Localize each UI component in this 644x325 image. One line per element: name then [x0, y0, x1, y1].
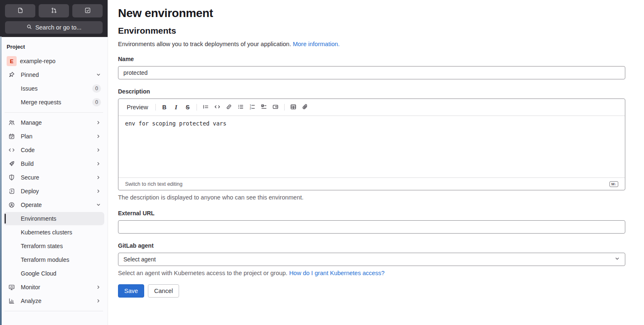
- sidebar-item-deploy[interactable]: Deploy: [3, 185, 104, 198]
- shield-icon: [8, 174, 15, 181]
- toolbar-separator: [284, 104, 285, 111]
- svg-text:2: 2: [250, 106, 251, 109]
- chevron-down-icon: [615, 256, 620, 263]
- project-name: example-repo: [20, 58, 101, 64]
- strikethrough-icon: S: [186, 104, 189, 111]
- sidebar-item-label: Terraform states: [8, 243, 101, 249]
- sidebar-item-environments[interactable]: Environments: [3, 212, 104, 225]
- toolbar-separator: [155, 104, 156, 111]
- sidebar-item-kubernetes-clusters[interactable]: Kubernetes clusters: [3, 226, 104, 239]
- sidebar-item-label: Build: [21, 160, 96, 167]
- code-icon: [214, 103, 221, 111]
- name-field-group: Name: [118, 56, 625, 79]
- project-avatar: E: [7, 56, 17, 66]
- sidebar-item-terraform-states[interactable]: Terraform states: [3, 239, 104, 253]
- page-title: New environment: [118, 7, 625, 20]
- editor-body: env for scoping protected vars: [118, 116, 625, 177]
- merge-requests-button[interactable]: [39, 4, 69, 17]
- strikethrough-button[interactable]: S: [182, 102, 193, 113]
- calendar-icon: [8, 133, 15, 140]
- sidebar-item-pinned[interactable]: Pinned: [3, 68, 104, 81]
- numbered-list-icon: 12: [249, 103, 256, 111]
- sidebar-item-label: Operate: [21, 202, 96, 208]
- chevron-right-icon: [96, 161, 101, 166]
- sidebar-item-google-cloud[interactable]: Google Cloud: [3, 267, 104, 280]
- form-actions: Save Cancel: [118, 284, 625, 298]
- task-list-button[interactable]: [258, 102, 269, 113]
- external-url-input[interactable]: [118, 220, 625, 234]
- description-label: Description: [118, 88, 625, 95]
- collapsible-section-button[interactable]: [270, 102, 281, 113]
- todo-list-icon: [84, 7, 91, 15]
- save-button[interactable]: Save: [118, 284, 144, 298]
- editor-toolbar: Preview B I S 12: [118, 99, 625, 116]
- toolbar-separator: [197, 104, 197, 111]
- main-content: New environment Environments Environment…: [108, 0, 644, 325]
- sidebar-item-analyze[interactable]: Analyze: [3, 294, 104, 308]
- markdown-icon[interactable]: M↓: [610, 181, 618, 187]
- rocket-icon: [8, 160, 15, 167]
- chevron-right-icon: [96, 148, 101, 153]
- sidebar-item-label: Manage: [21, 119, 96, 126]
- chart-icon: [8, 298, 15, 304]
- chevron-right-icon: [96, 175, 101, 180]
- sidebar-item-label: Environments: [8, 215, 101, 222]
- sidebar-item-label: Code: [21, 147, 96, 153]
- sidebar-item-operate[interactable]: Operate: [3, 198, 104, 212]
- sidebar-item-label: Terraform modules: [8, 256, 101, 263]
- pin-icon: [8, 71, 15, 78]
- agent-select[interactable]: Select agent: [118, 253, 625, 266]
- sidebar-item-monitor[interactable]: Monitor: [3, 281, 104, 294]
- chevron-right-icon: [96, 134, 101, 139]
- search-input[interactable]: Search or go to...: [5, 21, 103, 34]
- table-icon: [290, 103, 297, 111]
- italic-button[interactable]: I: [171, 102, 182, 113]
- sidebar-item-build[interactable]: Build: [3, 157, 104, 170]
- sidebar-item-terraform-modules[interactable]: Terraform modules: [3, 253, 104, 266]
- name-label: Name: [118, 56, 625, 62]
- svg-text:1: 1: [250, 103, 251, 106]
- link-button[interactable]: [224, 102, 234, 113]
- sidebar-item-manage[interactable]: Manage: [3, 116, 104, 129]
- bold-button[interactable]: B: [159, 102, 170, 113]
- sidebar-item-issues[interactable]: Issues 0: [3, 82, 104, 95]
- markdown-editor: Preview B I S 12 env for scoping protect…: [118, 98, 625, 190]
- name-input[interactable]: [118, 66, 625, 79]
- todo-list-button[interactable]: [72, 4, 103, 17]
- description-textarea[interactable]: env for scoping protected vars: [125, 120, 618, 173]
- merge-request-icon: [51, 7, 57, 15]
- switch-rich-text-link[interactable]: Switch to rich text editing: [125, 181, 182, 187]
- sidebar: Search or go to... Project E example-rep…: [0, 0, 108, 325]
- project-item[interactable]: E example-repo: [3, 54, 104, 68]
- numbered-list-button[interactable]: 12: [247, 102, 258, 113]
- quote-icon: [202, 103, 209, 111]
- sidebar-divider: [5, 311, 103, 311]
- collapsible-section-icon: [272, 103, 279, 111]
- sidebar-item-label: Plan: [21, 133, 96, 140]
- sidebar-item-label: Issues: [8, 85, 92, 92]
- quote-button[interactable]: [200, 102, 211, 113]
- link-icon: [226, 103, 232, 111]
- agent-select-value: Select agent: [123, 256, 156, 263]
- sidebar-item-merge-requests[interactable]: Merge requests 0: [3, 96, 104, 109]
- table-button[interactable]: [288, 102, 299, 113]
- chevron-down-icon: [96, 202, 101, 207]
- sidebar-item-label: Secure: [21, 174, 96, 181]
- issues-icon: [17, 7, 24, 15]
- bullet-list-icon: [237, 103, 244, 111]
- code-button[interactable]: [212, 102, 223, 113]
- preview-tab[interactable]: Preview: [123, 102, 152, 112]
- kubernetes-access-link[interactable]: How do I grant Kubernetes access?: [289, 270, 385, 276]
- editor-footer: Switch to rich text editing M↓: [118, 177, 625, 190]
- code-icon: [8, 147, 15, 153]
- sidebar-item-label: Monitor: [21, 284, 96, 291]
- bullet-list-button[interactable]: [235, 102, 246, 113]
- globe-icon: [8, 202, 15, 208]
- issues-button[interactable]: [5, 4, 35, 17]
- sidebar-item-plan[interactable]: Plan: [3, 130, 104, 143]
- more-information-link[interactable]: More information.: [293, 41, 340, 47]
- sidebar-item-code[interactable]: Code: [3, 143, 104, 157]
- sidebar-item-secure[interactable]: Secure: [3, 171, 104, 184]
- attach-file-button[interactable]: [300, 102, 310, 113]
- cancel-button[interactable]: Cancel: [148, 284, 179, 298]
